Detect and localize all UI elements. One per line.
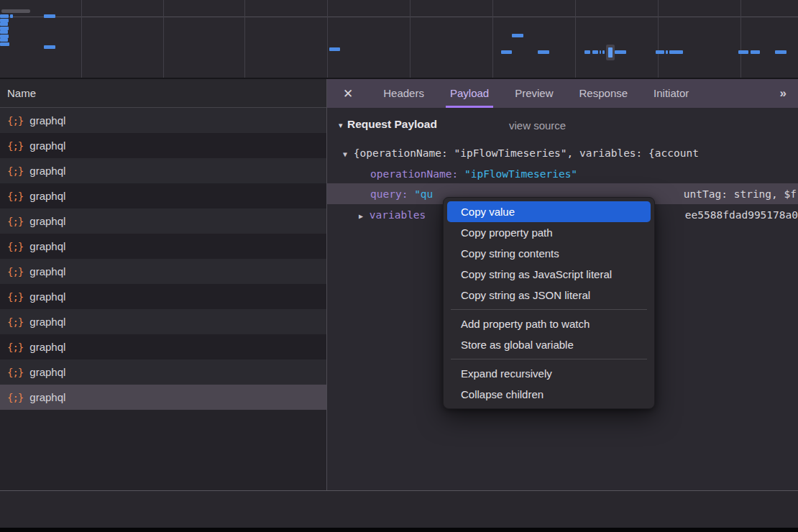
request-row[interactable]: {;}graphql [0, 259, 326, 284]
query-value-right-fragment: untTag: string, $f [684, 186, 797, 202]
request-row[interactable]: {;}graphql [0, 158, 326, 183]
operation-name-key: operationName: [370, 168, 458, 180]
request-name-label: graphql [29, 139, 65, 152]
overview-gridline [658, 0, 659, 78]
overview-gridline [740, 0, 741, 78]
detail-tabs: HeadersPayloadPreviewResponseInitiator [370, 79, 702, 108]
overview-gridline [327, 0, 328, 78]
request-payload-header: ▾ Request Payload view source [327, 118, 798, 135]
waterfall-bar [656, 50, 664, 54]
request-row[interactable]: {;}graphql [0, 234, 326, 259]
request-row[interactable]: {;}graphql [0, 309, 326, 334]
query-value-visible: "qu [414, 188, 433, 200]
overview-gridline [81, 0, 82, 78]
variables-row[interactable]: ▶ variables [359, 207, 426, 223]
request-name-label: graphql [29, 391, 65, 403]
request-list-body: {;}graphql{;}graphql{;}graphql{;}graphql… [0, 108, 326, 410]
waterfall-bar [329, 47, 340, 51]
close-icon[interactable]: ✕ [343, 86, 353, 101]
waterfall-bar [44, 45, 55, 49]
window-bottom-edge [0, 528, 798, 532]
payload-preview-line[interactable]: ▼ {operationName: "ipFlowTimeseries", va… [343, 145, 699, 161]
request-name-label: graphql [29, 114, 65, 127]
waterfall-bar [592, 50, 598, 54]
request-list-panel: Name {;}graphql{;}graphql{;}graphql{;}gr… [0, 79, 326, 490]
waterfall-bar [0, 38, 8, 42]
json-braces-icon: {;} [7, 216, 23, 227]
request-row[interactable]: {;}graphql [0, 133, 326, 158]
context-menu: Copy valueCopy property pathCopy string … [443, 197, 655, 409]
status-bar [0, 490, 798, 528]
menu-item-copy-property-path[interactable]: Copy property path [444, 222, 654, 243]
request-row[interactable]: {;}graphql [0, 183, 326, 208]
tab-response[interactable]: Response [578, 79, 630, 108]
json-braces-icon: {;} [7, 191, 23, 202]
request-payload-title: Request Payload [347, 118, 437, 131]
waterfall-bar [0, 42, 9, 46]
query-row[interactable]: query: "qu [370, 186, 433, 202]
menu-item-collapse-children[interactable]: Collapse children [444, 384, 654, 405]
json-braces-icon: {;} [7, 115, 23, 127]
request-name-label: graphql [29, 215, 65, 227]
tab-headers[interactable]: Headers [382, 79, 426, 108]
query-key: query: [370, 188, 408, 200]
json-braces-icon: {;} [7, 140, 23, 152]
collapse-triangle-icon[interactable]: ▾ [339, 121, 343, 130]
view-source-link[interactable]: view source [509, 119, 566, 132]
request-name-label: graphql [29, 341, 65, 353]
request-row[interactable]: {;}graphql [0, 359, 326, 385]
json-braces-icon: {;} [7, 392, 23, 403]
overview-gray-bar [1, 9, 30, 13]
devtools-network-panel: Name {;}graphql{;}graphql{;}graphql{;}gr… [0, 0, 798, 532]
waterfall-bar [501, 50, 512, 54]
operation-name-row[interactable]: operationName: "ipFlowTimeseries" [370, 166, 577, 182]
menu-separator [451, 359, 647, 359]
request-name-label: graphql [29, 366, 65, 378]
request-name-label: graphql [29, 265, 65, 278]
request-name-label: graphql [29, 240, 65, 252]
detail-tabbar: ✕ HeadersPayloadPreviewResponseInitiator… [327, 79, 798, 108]
waterfall-bar [512, 34, 523, 37]
request-row[interactable]: {;}graphql [0, 334, 326, 359]
waterfall-bar [775, 50, 786, 54]
waterfall-bar [751, 50, 760, 54]
menu-item-add-property-path-to-watch[interactable]: Add property path to watch [444, 313, 654, 334]
waterfall-bar [738, 50, 748, 54]
waterfall-bar [666, 50, 668, 54]
waterfall-bar [0, 22, 8, 26]
name-column-header[interactable]: Name [0, 79, 326, 108]
more-tabs-icon[interactable]: » [780, 86, 785, 101]
overview-selected-marker-bar [608, 47, 613, 58]
json-braces-icon: {;} [7, 367, 23, 378]
waterfall-bar [584, 50, 590, 54]
request-row[interactable]: {;}graphql [0, 208, 326, 234]
overview-selected-marker [606, 45, 615, 60]
network-overview[interactable] [0, 0, 798, 79]
menu-item-copy-string-as-json-literal[interactable]: Copy string as JSON literal [444, 285, 654, 306]
menu-item-copy-string-as-javascript-literal[interactable]: Copy string as JavaScript literal [444, 264, 654, 285]
menu-item-copy-value[interactable]: Copy value [447, 201, 651, 222]
request-row[interactable]: {;}graphql [0, 284, 326, 309]
menu-item-expand-recursively[interactable]: Expand recursively [444, 363, 654, 384]
request-row[interactable]: {;}graphql [0, 385, 326, 410]
json-braces-icon: {;} [7, 291, 23, 303]
variables-key: variables [370, 209, 426, 221]
operation-name-value: "ipFlowTimeseries" [464, 168, 577, 180]
tab-payload[interactable]: Payload [449, 79, 490, 108]
menu-item-copy-string-contents[interactable]: Copy string contents [444, 243, 654, 264]
json-braces-icon: {;} [7, 316, 23, 328]
json-braces-icon: {;} [7, 341, 23, 353]
tab-preview[interactable]: Preview [513, 79, 554, 108]
request-row[interactable]: {;}graphql [0, 108, 326, 133]
request-name-label: graphql [29, 290, 65, 303]
json-braces-icon: {;} [7, 266, 23, 278]
tab-initiator[interactable]: Initiator [652, 79, 690, 108]
menu-item-store-as-global-variable[interactable]: Store as global variable [444, 334, 654, 355]
waterfall-bar [44, 14, 55, 18]
request-name-label: graphql [29, 165, 65, 177]
payload-preview-text: {operationName: "ipFlowTimeseries", vari… [354, 147, 699, 159]
menu-separator [451, 309, 647, 310]
overview-gridline [575, 0, 576, 78]
overview-gridline [410, 0, 411, 78]
waterfall-bar [600, 50, 601, 54]
